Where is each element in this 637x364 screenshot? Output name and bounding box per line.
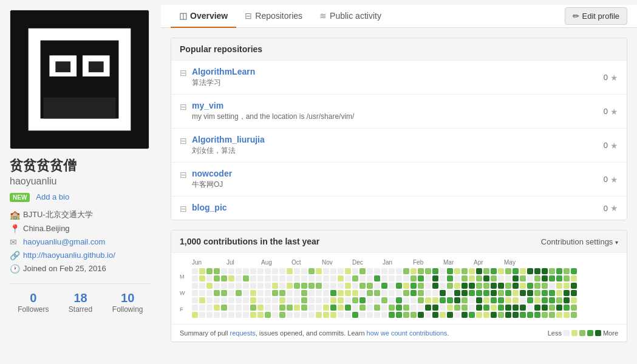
contrib-cell[interactable] (345, 305, 351, 311)
contrib-cell[interactable] (330, 305, 336, 311)
contrib-cell[interactable] (221, 290, 227, 296)
contrib-cell[interactable] (206, 275, 213, 281)
contrib-cell[interactable] (214, 275, 220, 281)
contrib-cell[interactable] (432, 305, 438, 311)
contrib-cell[interactable] (505, 283, 511, 289)
repo-name-blogpic[interactable]: blog_pic (192, 203, 227, 212)
contrib-cell[interactable] (491, 290, 497, 296)
contrib-cell[interactable] (206, 297, 213, 303)
contrib-cell[interactable] (199, 268, 205, 274)
contrib-cell[interactable] (308, 283, 315, 289)
contrib-cell[interactable] (549, 290, 555, 296)
contrib-cell[interactable] (564, 283, 570, 289)
contrib-cell[interactable] (425, 297, 431, 303)
contrib-cell[interactable] (549, 283, 555, 289)
contrib-cell[interactable] (236, 275, 242, 281)
contrib-cell[interactable] (534, 268, 540, 274)
contrib-cell[interactable] (549, 268, 555, 274)
contrib-cell[interactable] (308, 312, 315, 318)
contrib-cell[interactable] (410, 312, 417, 318)
contrib-cell[interactable] (513, 312, 519, 318)
edit-profile-button[interactable]: ✏ Edit profile (565, 7, 627, 25)
contrib-cell[interactable] (491, 297, 497, 303)
contrib-cell[interactable] (432, 268, 438, 274)
contrib-cell[interactable] (287, 305, 293, 311)
contrib-cell[interactable] (396, 268, 402, 274)
tab-repositories[interactable]: ⊟ Repositories (236, 5, 311, 28)
contrib-cell[interactable] (534, 290, 540, 296)
contrib-cell[interactable] (505, 297, 511, 303)
contrib-cell[interactable] (440, 305, 446, 311)
contrib-cell[interactable] (520, 275, 526, 281)
contrib-cell[interactable] (476, 312, 482, 318)
contrib-cell[interactable] (308, 297, 315, 303)
contrib-cell[interactable] (272, 297, 278, 303)
contrib-cell[interactable] (214, 312, 220, 318)
contrib-cell[interactable] (323, 305, 329, 311)
contrib-cell[interactable] (330, 312, 336, 318)
contrib-cell[interactable] (520, 297, 526, 303)
contrib-cell[interactable] (513, 268, 519, 274)
contrib-cell[interactable] (243, 290, 249, 296)
contrib-cell[interactable] (345, 283, 351, 289)
contrib-cell[interactable] (221, 275, 227, 281)
contrib-cell[interactable] (308, 305, 315, 311)
contrib-cell[interactable] (250, 312, 256, 318)
contrib-cell[interactable] (236, 312, 242, 318)
contrib-cell[interactable] (265, 297, 271, 303)
contrib-cell[interactable] (513, 290, 519, 296)
contrib-cell[interactable] (330, 290, 336, 296)
contrib-cell[interactable] (272, 305, 278, 311)
contrib-cell[interactable] (243, 283, 249, 289)
contrib-cell[interactable] (359, 275, 366, 281)
contrib-cell[interactable] (359, 297, 366, 303)
contrib-cell[interactable] (440, 268, 446, 274)
contrib-cell[interactable] (447, 305, 453, 311)
contrib-cell[interactable] (505, 268, 511, 274)
contrib-cell[interactable] (338, 312, 344, 318)
contrib-cell[interactable] (447, 290, 453, 296)
contrib-cell[interactable] (462, 312, 468, 318)
contrib-cell[interactable] (476, 283, 482, 289)
contrib-cell[interactable] (418, 312, 424, 318)
contrib-cell[interactable] (498, 305, 504, 311)
contrib-cell[interactable] (199, 297, 205, 303)
contrib-cell[interactable] (265, 305, 271, 311)
contrib-cell[interactable] (571, 312, 577, 318)
contrib-cell[interactable] (564, 297, 570, 303)
contrib-cell[interactable] (505, 275, 511, 281)
contrib-cell[interactable] (389, 290, 395, 296)
contrib-cell[interactable] (498, 275, 504, 281)
contrib-cell[interactable] (389, 283, 395, 289)
contrib-cell[interactable] (214, 268, 220, 274)
contrib-cell[interactable] (345, 297, 351, 303)
contrib-cell[interactable] (389, 297, 395, 303)
stat-following[interactable]: 10 Following (104, 291, 151, 314)
contrib-cell[interactable] (425, 275, 431, 281)
contrib-cell[interactable] (316, 275, 322, 281)
contrib-cell[interactable] (367, 283, 373, 289)
contrib-cell[interactable] (410, 268, 417, 274)
contrib-cell[interactable] (228, 268, 234, 274)
contrib-cell[interactable] (498, 268, 504, 274)
contrib-cell[interactable] (338, 297, 344, 303)
contrib-cell[interactable] (520, 305, 526, 311)
contrib-cell[interactable] (527, 268, 533, 274)
contrib-cell[interactable] (542, 283, 548, 289)
contrib-cell[interactable] (192, 305, 198, 311)
contrib-cell[interactable] (301, 283, 307, 289)
contrib-cell[interactable] (447, 283, 453, 289)
contrib-cell[interactable] (476, 268, 482, 274)
contrib-cell[interactable] (374, 283, 380, 289)
contrib-cell[interactable] (294, 312, 300, 318)
contrib-cell[interactable] (520, 268, 526, 274)
contrib-cell[interactable] (265, 275, 271, 281)
contrib-cell[interactable] (206, 283, 213, 289)
contrib-cell[interactable] (330, 275, 336, 281)
contrib-cell[interactable] (228, 283, 234, 289)
contrib-cell[interactable] (571, 305, 577, 311)
contrib-cell[interactable] (367, 312, 373, 318)
contrib-cell[interactable] (498, 290, 504, 296)
contrib-cell[interactable] (505, 312, 511, 318)
contrib-cell[interactable] (556, 283, 562, 289)
